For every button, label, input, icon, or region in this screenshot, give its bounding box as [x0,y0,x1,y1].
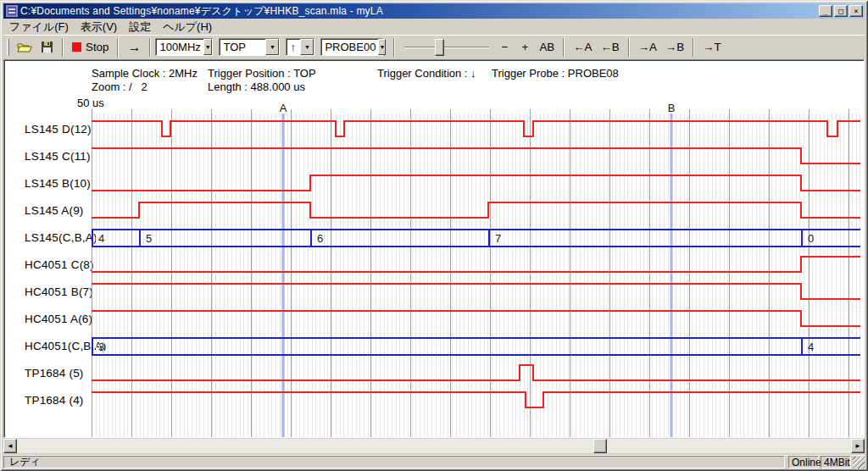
toolbar: Stop → 100MHz ▼ TOP ▼ ↑ ▼ PROBE00 ▼ − [3,35,865,58]
open-button[interactable] [13,37,36,58]
bus-value: 6 [317,232,323,245]
sample-clock-info: Sample Clock : 2MHz [92,67,198,80]
toolbar-separator [563,38,565,57]
channel-wave [92,311,860,326]
channel-wave [92,392,860,407]
app-window: C:¥Documents and Settings¥noname¥デスクトップ¥… [0,0,868,471]
zoom-in-button[interactable]: + [515,37,535,58]
chevron-down-icon[interactable]: ▼ [203,39,213,55]
bus-value: 3 [98,341,104,353]
sample-rate-value: 100MHz [156,39,203,55]
trigger-edge-value: ↑ [287,39,300,55]
channel-label: LS145 A(9) [4,197,92,224]
goto-trigger-button[interactable]: →T [698,37,725,58]
goto-cursor-a-button[interactable]: ←A [569,37,596,58]
trigger-probe-combo[interactable]: PROBE00 ▼ [320,38,383,56]
waveform-canvas[interactable]: 4567034AB [92,101,860,437]
close-button[interactable]: × [849,5,863,17]
trigger-position-combo[interactable]: TOP ▼ [219,38,280,56]
status-bar: レディ Online 4MBit [3,455,865,468]
zoom-slider-thumb[interactable] [435,39,444,56]
title-bar[interactable]: C:¥Documents and Settings¥noname¥デスクトップ¥… [3,3,865,19]
scrollbar-thumb[interactable] [593,439,607,453]
toolbar-grip [7,39,9,56]
channel-label: LS145 B(10) [4,169,92,197]
toolbar-separator [393,38,395,57]
bus-value: 0 [808,232,814,245]
maximize-button[interactable]: □ [834,5,848,17]
menu-bar: ファイル(F) 表示(V) 設定 ヘルプ(H) [3,19,865,34]
channel-wave: 45670 [92,230,860,247]
bus-value: 5 [146,232,152,245]
bus-value: 4 [808,341,814,353]
toolbar-separator [62,38,64,57]
horizontal-scrollbar[interactable]: ◄ ► [3,439,865,453]
channel-wave [92,175,860,191]
memory-size-badge: 4MBit [821,456,851,468]
channel-label-column: LS145 D(12)LS145 C(11)LS145 B(10)LS145 A… [4,115,92,413]
stop-label: Stop [86,41,108,53]
trigger-edge-combo[interactable]: ↑ ▼ [286,38,314,56]
channel-wave [92,148,860,163]
cursor-label-a: A [280,102,287,114]
length-info: Length : 488.000 us [208,80,305,93]
run-arrow-icon: → [127,40,141,55]
chevron-down-icon[interactable]: ▼ [378,39,386,55]
channel-label: LS145 C(11) [4,142,92,169]
stop-square-icon [72,42,81,52]
open-folder-icon [17,42,32,53]
floppy-disk-icon [41,41,53,53]
chevron-down-icon[interactable]: ▼ [265,39,279,55]
zoom-ab-button[interactable]: AB [535,37,559,58]
channel-label: LS145(C,B,A) [4,224,92,251]
zoom-slider[interactable] [404,38,489,57]
menu-settings[interactable]: 設定 [123,19,157,36]
window-title: C:¥Documents and Settings¥noname¥デスクトップ¥… [20,4,819,19]
menu-file[interactable]: ファイル(F) [3,19,75,36]
set-cursor-a-button[interactable]: →A [634,37,661,58]
channel-label: HC4051(C,B,A) [4,332,92,359]
scroll-left-icon[interactable]: ◄ [3,439,17,453]
scroll-right-icon[interactable]: ► [851,439,865,453]
toolbar-separator [117,38,119,57]
trigger-position-value: TOP [220,39,265,55]
toolbar-separator [149,38,151,57]
channel-wave [92,121,860,136]
stop-button[interactable]: Stop [68,37,113,58]
status-message: レディ [3,456,785,468]
waveform-panel: Sample Clock : 2MHz Trigger Position : T… [3,59,865,438]
bus-value: 7 [495,232,501,245]
save-button[interactable] [36,37,58,58]
channel-label: HC4051 A(6) [4,305,92,332]
goto-cursor-b-button[interactable]: ←B [596,37,623,58]
zoom-slider-track [404,47,489,48]
run-button[interactable]: → [123,37,145,58]
app-icon [6,5,18,17]
set-cursor-b-button[interactable]: →B [661,37,688,58]
minimize-button[interactable]: _ [819,5,832,17]
trigger-probe-value: PROBE00 [321,39,378,55]
grid-major [92,109,849,437]
toolbar-separator [693,38,694,57]
sample-rate-combo[interactable]: 100MHz ▼ [155,38,213,56]
zoom-out-button[interactable]: − [494,37,515,58]
zoom-info: Zoom : / 2 [92,80,147,93]
channel-label: TP1684 (4) [4,386,92,413]
channel-label: HC4051 C(8) [4,251,92,278]
menu-help[interactable]: ヘルプ(H) [157,19,218,36]
channel-wave: 34 [92,338,860,355]
channel-wave [92,365,860,380]
resize-grip[interactable] [853,457,865,468]
channel-wave [92,202,860,218]
cursor-label-b: B [668,102,676,114]
menu-view[interactable]: 表示(V) [75,19,123,36]
bus-value: 4 [98,232,104,245]
channel-label: TP1684 (5) [4,359,92,386]
channel-wave [92,257,860,272]
channel-label: HC4051 B(7) [4,278,92,305]
channel-label: LS145 D(12) [4,115,92,142]
chevron-down-icon[interactable]: ▼ [300,39,314,55]
trigger-probe-info: Trigger Probe : PROBE08 [492,67,619,80]
channel-wave [92,284,860,299]
trigger-position-info: Trigger Position : TOP [208,67,316,80]
